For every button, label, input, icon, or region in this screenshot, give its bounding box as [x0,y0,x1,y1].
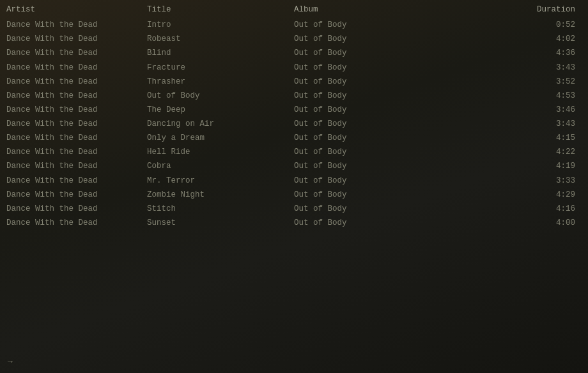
track-duration: 4:36 [422,47,582,59]
track-album: Out of Body [294,160,422,172]
track-album: Out of Body [294,62,422,73]
track-title: Zombie Night [147,189,294,201]
table-row[interactable]: Dance With the DeadSunsetOut of Body4:00 [0,216,588,230]
table-header: Artist Title Album Duration [0,3,588,17]
track-artist: Dance With the Dead [6,90,147,102]
table-row[interactable]: Dance With the DeadDancing on AirOut of … [0,117,588,131]
track-duration: 4:53 [422,90,582,102]
track-album: Out of Body [294,189,422,201]
track-title: Mr. Terror [147,175,294,187]
track-duration: 3:43 [422,62,582,73]
track-title: Dancing on Air [147,118,294,130]
track-title: Cobra [147,160,294,172]
track-duration: 4:16 [422,203,582,215]
track-list: Artist Title Album Duration Dance With t… [0,0,588,232]
track-duration: 3:46 [422,104,582,116]
table-row[interactable]: Dance With the DeadIntroOut of Body0:52 [0,18,588,32]
track-title: Robeast [147,33,294,45]
table-row[interactable]: Dance With the DeadOut of BodyOut of Bod… [0,89,588,103]
track-artist: Dance With the Dead [6,19,147,31]
track-album: Out of Body [294,203,422,215]
track-duration: 3:43 [422,118,582,130]
table-row[interactable]: Dance With the DeadZombie NightOut of Bo… [0,188,588,202]
track-artist: Dance With the Dead [6,33,147,45]
track-title: Intro [147,19,294,31]
table-row[interactable]: Dance With the DeadMr. TerrorOut of Body… [0,174,588,188]
track-title: Blind [147,47,294,59]
track-title: Fracture [147,62,294,73]
track-artist: Dance With the Dead [6,175,147,187]
arrow-indicator: → [8,357,13,367]
col-title: Title [147,4,294,15]
table-row[interactable]: Dance With the DeadThe DeepOut of Body3:… [0,103,588,117]
track-duration: 4:29 [422,189,582,201]
track-title: Thrasher [147,76,294,88]
track-album: Out of Body [294,76,422,88]
track-album: Out of Body [294,19,422,31]
track-album: Out of Body [294,47,422,59]
track-artist: Dance With the Dead [6,146,147,158]
track-duration: 0:52 [422,19,582,31]
track-artist: Dance With the Dead [6,118,147,130]
track-artist: Dance With the Dead [6,47,147,59]
col-album: Album [294,4,422,15]
track-album: Out of Body [294,132,422,144]
track-album: Out of Body [294,175,422,187]
track-album: Out of Body [294,33,422,45]
col-artist: Artist [6,4,147,15]
track-duration: 3:33 [422,175,582,187]
track-title: Stitch [147,203,294,215]
track-duration: 4:22 [422,146,582,158]
track-album: Out of Body [294,146,422,158]
track-duration: 4:02 [422,33,582,45]
track-artist: Dance With the Dead [6,132,147,144]
table-row[interactable]: Dance With the DeadCobraOut of Body4:19 [0,159,588,173]
col-duration: Duration [422,4,582,15]
track-duration: 4:00 [422,217,582,229]
track-title: Out of Body [147,90,294,102]
track-duration: 4:19 [422,160,582,172]
table-row[interactable]: Dance With the DeadFractureOut of Body3:… [0,61,588,75]
track-album: Out of Body [294,90,422,102]
track-album: Out of Body [294,104,422,116]
track-artist: Dance With the Dead [6,160,147,172]
track-artist: Dance With the Dead [6,76,147,88]
track-title: The Deep [147,104,294,116]
track-album: Out of Body [294,118,422,130]
track-artist: Dance With the Dead [6,189,147,201]
table-row[interactable]: Dance With the DeadOnly a DreamOut of Bo… [0,131,588,145]
track-title: Hell Ride [147,146,294,158]
track-title: Only a Dream [147,132,294,144]
table-row[interactable]: Dance With the DeadThrasherOut of Body3:… [0,75,588,89]
track-title: Sunset [147,217,294,229]
track-duration: 4:15 [422,132,582,144]
track-artist: Dance With the Dead [6,62,147,73]
table-row[interactable]: Dance With the DeadStitchOut of Body4:16 [0,202,588,216]
track-album: Out of Body [294,217,422,229]
track-duration: 3:52 [422,76,582,88]
track-artist: Dance With the Dead [6,217,147,229]
track-artist: Dance With the Dead [6,203,147,215]
table-row[interactable]: Dance With the DeadHell RideOut of Body4… [0,145,588,159]
track-artist: Dance With the Dead [6,104,147,116]
table-row[interactable]: Dance With the DeadRobeastOut of Body4:0… [0,32,588,46]
table-row[interactable]: Dance With the DeadBlindOut of Body4:36 [0,46,588,60]
